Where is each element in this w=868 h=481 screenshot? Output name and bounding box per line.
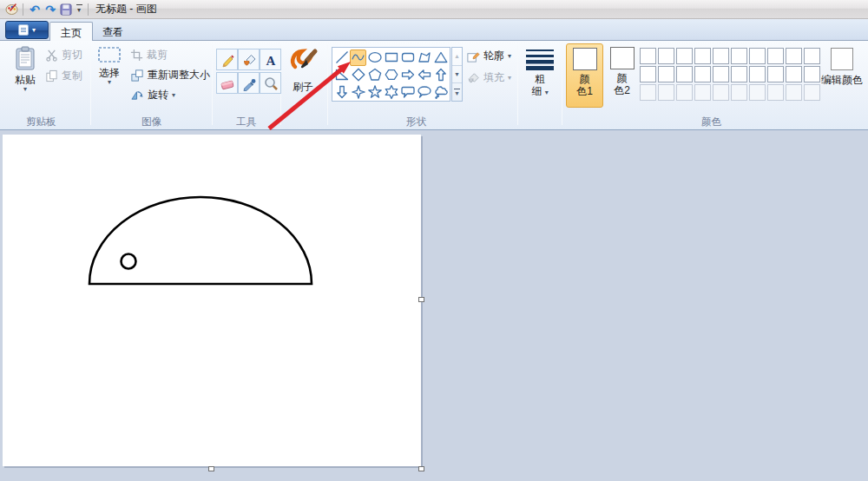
- shapes-scroll-up-button[interactable]: ▲: [452, 48, 462, 66]
- color2-button[interactable]: 颜 色2: [605, 43, 639, 108]
- curve-shape-tool[interactable]: [350, 49, 366, 66]
- palette-swatch[interactable]: [786, 66, 802, 82]
- chevron-down-icon: ▾: [32, 26, 36, 34]
- color1-label-line1: 颜: [580, 73, 590, 85]
- shape-fill-button[interactable]: 填充 ▾: [466, 70, 511, 85]
- rounded-callout-shape-tool[interactable]: [399, 84, 416, 101]
- palette-swatch[interactable]: [640, 66, 656, 82]
- fill-tool-button[interactable]: [238, 49, 260, 70]
- palette-swatch-empty[interactable]: [804, 84, 820, 101]
- rectangle-shape-tool[interactable]: [383, 49, 399, 66]
- brushes-button[interactable]: 刷子: [284, 45, 322, 93]
- magnifier-tool-button[interactable]: [260, 72, 281, 94]
- size-button[interactable]: 粗 细 ▾: [521, 48, 559, 97]
- eraser-tool-button[interactable]: [216, 72, 238, 94]
- selection-rectangle-icon: [97, 45, 122, 64]
- outline-button[interactable]: 轮廓 ▾: [466, 49, 511, 63]
- palette-swatch[interactable]: [749, 66, 766, 82]
- palette-swatch[interactable]: [786, 48, 802, 64]
- palette-swatch[interactable]: [713, 48, 729, 64]
- four-point-star-shape-tool[interactable]: [350, 84, 366, 101]
- palette-swatch[interactable]: [713, 66, 729, 82]
- shapes-scroll-down-button[interactable]: ▼: [452, 66, 462, 84]
- cut-button[interactable]: 剪切: [45, 48, 82, 63]
- copy-button[interactable]: 复制: [45, 69, 82, 83]
- crop-label: 裁剪: [147, 48, 168, 63]
- paste-button[interactable]: 粘贴 ▾: [7, 45, 43, 93]
- palette-swatch[interactable]: [676, 48, 693, 64]
- palette-swatch-empty[interactable]: [767, 84, 784, 101]
- group-separator: [517, 45, 518, 125]
- redo-button[interactable]: ↷: [43, 2, 58, 17]
- palette-swatch-empty[interactable]: [658, 84, 674, 101]
- canvas-resize-handle-right[interactable]: [418, 297, 424, 302]
- edit-colors-button[interactable]: 编辑颜色: [823, 48, 861, 86]
- left-arrow-shape-tool[interactable]: [416, 67, 432, 83]
- palette-swatch[interactable]: [694, 66, 711, 82]
- down-arrow-shape-tool[interactable]: [333, 84, 350, 101]
- color1-button[interactable]: 颜 色1: [566, 43, 603, 108]
- canvas-resize-handle-bottom[interactable]: [208, 466, 214, 471]
- palette-swatch-empty[interactable]: [713, 84, 729, 101]
- crop-button[interactable]: 裁剪: [130, 48, 168, 63]
- palette-swatch[interactable]: [767, 48, 784, 64]
- rounded-callout-icon: [400, 84, 416, 100]
- resize-button[interactable]: 重新调整大小: [130, 68, 210, 82]
- palette-swatch-empty[interactable]: [640, 84, 656, 101]
- select-button[interactable]: 选择 ▾: [94, 45, 125, 86]
- six-point-star-shape-tool[interactable]: [383, 84, 399, 101]
- palette-swatch-empty[interactable]: [786, 84, 802, 101]
- triangle-shape-tool[interactable]: [432, 49, 449, 66]
- tab-home[interactable]: 主页: [49, 22, 93, 41]
- drawing-canvas[interactable]: [3, 135, 421, 466]
- brush-icon: [287, 45, 319, 78]
- palette-swatch[interactable]: [804, 66, 820, 82]
- right-arrow-shape-tool[interactable]: [399, 67, 416, 83]
- line-shape-tool[interactable]: [333, 49, 350, 66]
- oval-callout-shape-tool[interactable]: [416, 84, 432, 101]
- save-button[interactable]: [58, 2, 74, 17]
- palette-swatch[interactable]: [658, 48, 674, 64]
- paint-logo-icon[interactable]: [3, 2, 19, 17]
- palette-swatch[interactable]: [767, 66, 784, 82]
- canvas-resize-handle-corner[interactable]: [418, 466, 424, 471]
- hexagon-shape-tool[interactable]: [383, 67, 399, 83]
- palette-swatch[interactable]: [804, 48, 820, 64]
- up-arrow-shape-tool[interactable]: [432, 67, 449, 83]
- rounded-rectangle-shape-tool[interactable]: [399, 49, 416, 66]
- palette-swatch-empty[interactable]: [694, 84, 711, 101]
- palette-swatch[interactable]: [676, 66, 693, 82]
- palette-swatch-empty[interactable]: [749, 84, 766, 101]
- polygon-shape-tool[interactable]: [416, 49, 432, 66]
- right-triangle-shape-tool[interactable]: [333, 67, 350, 83]
- pentagon-shape-tool[interactable]: [366, 67, 383, 83]
- palette-swatch[interactable]: [640, 48, 656, 64]
- hexagon-icon: [384, 67, 399, 82]
- chevron-down-icon: ▾: [508, 53, 511, 60]
- cloud-callout-shape-tool[interactable]: [432, 84, 449, 101]
- application-menu-button[interactable]: ▾: [5, 21, 49, 39]
- undo-button[interactable]: ↶: [27, 2, 43, 17]
- qat-customize-button[interactable]: ▾: [74, 4, 84, 14]
- qat-customize-bar: [76, 4, 82, 5]
- rainbow-icon: [831, 48, 853, 70]
- rotate-button[interactable]: 旋转 ▾: [130, 88, 175, 102]
- palette-swatch[interactable]: [694, 48, 711, 64]
- oval-shape-tool[interactable]: [366, 49, 383, 66]
- pencil-icon: [220, 52, 235, 68]
- palette-swatch[interactable]: [731, 66, 747, 82]
- palette-swatch-empty[interactable]: [731, 84, 747, 101]
- palette-swatch[interactable]: [749, 48, 766, 64]
- color-picker-tool-button[interactable]: [238, 72, 260, 94]
- tab-view[interactable]: 查看: [92, 22, 134, 41]
- palette-swatch-empty[interactable]: [676, 84, 693, 101]
- palette-swatch[interactable]: [658, 66, 674, 82]
- diamond-shape-tool[interactable]: [350, 67, 366, 83]
- title-separator: [88, 3, 89, 16]
- text-tool-button[interactable]: A: [260, 49, 281, 70]
- shapes-more-button[interactable]: ▼: [452, 83, 462, 101]
- colors-group-label: 颜色: [701, 115, 721, 128]
- five-point-star-shape-tool[interactable]: [366, 84, 383, 101]
- pencil-tool-button[interactable]: [216, 49, 238, 70]
- palette-swatch[interactable]: [731, 48, 747, 64]
